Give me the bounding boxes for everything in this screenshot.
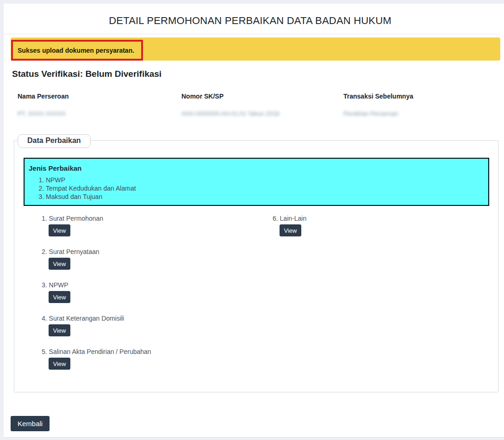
kembali-button[interactable]: Kembali xyxy=(11,416,50,431)
document-label: 1. Surat Permohonan xyxy=(42,215,103,222)
document-item-salinan-akta: 5. Salinan Akta Pendirian / Perubahan Vi… xyxy=(42,348,151,370)
view-button-lain-lain[interactable]: View xyxy=(280,224,301,236)
page-title: DETAIL PERMOHONAN PERBAIKAN DATA BADAN H… xyxy=(4,15,497,27)
document-item-npwp: 3. NPWP View xyxy=(42,281,70,303)
field-transaksi-sebelumnya: Transaksi Sebelumnya Pendirian Perseroan xyxy=(343,93,413,117)
document-item-lain-lain: 6. Lain-Lain View xyxy=(273,215,306,236)
section-legend: Data Perbaikan xyxy=(18,134,91,148)
jenis-item: Tempat Kedudukan dan Alamat xyxy=(46,184,488,192)
document-label: 3. NPWP xyxy=(42,281,70,289)
field-value-redacted: AHU-0000000.AH.01.01 Tahun 2018 xyxy=(181,110,280,117)
field-label: Nama Perseroan xyxy=(18,93,69,100)
view-button-surat-keterangan-domisili[interactable]: View xyxy=(49,324,70,336)
field-value-redacted: Pendirian Perseroan xyxy=(343,110,413,117)
annotation-highlight-box: Sukses upload dokumen persyaratan. xyxy=(11,40,143,61)
jenis-item: NPWP xyxy=(46,176,488,184)
document-item-surat-pernyataan: 2. Surat Pernyataan View xyxy=(42,248,100,270)
jenis-perbaikan-box: Jenis Perbaikan NPWP Tempat Kedudukan da… xyxy=(24,158,489,206)
document-label: 5. Salinan Akta Pendirian / Perubahan xyxy=(42,348,151,355)
field-nama-perseroan: Nama Perseroan PT. XXXX XXXXX xyxy=(18,93,69,117)
document-label: 6. Lain-Lain xyxy=(273,215,306,222)
jenis-perbaikan-title: Jenis Perbaikan xyxy=(29,164,488,172)
view-button-salinan-akta[interactable]: View xyxy=(49,358,70,370)
title-divider xyxy=(4,34,500,34)
field-label: Transaksi Sebelumnya xyxy=(343,93,413,100)
view-button-surat-pernyataan[interactable]: View xyxy=(49,258,70,270)
document-item-surat-permohonan: 1. Surat Permohonan View xyxy=(42,215,103,236)
alert-message: Sukses upload dokumen persyaratan. xyxy=(13,47,134,54)
document-label: 4. Surat Keterangan Domisili xyxy=(42,315,124,322)
document-item-surat-keterangan-domisili: 4. Surat Keterangan Domisili View xyxy=(42,315,124,336)
view-button-npwp[interactable]: View xyxy=(49,291,70,303)
verification-status: Status Verifikasi: Belum Diverifikasi xyxy=(12,69,162,79)
content-card: DETAIL PERMOHONAN PERBAIKAN DATA BADAN H… xyxy=(4,4,504,438)
field-value-redacted: PT. XXXX XXXXX xyxy=(18,110,69,117)
view-button-surat-permohonan[interactable]: View xyxy=(49,224,70,236)
jenis-perbaikan-list: NPWP Tempat Kedudukan dan Alamat Maksud … xyxy=(25,176,488,201)
jenis-item: Maksud dan Tujuan xyxy=(46,192,488,201)
field-nomor-sk-sp: Nomor SK/SP AHU-0000000.AH.01.01 Tahun 2… xyxy=(181,93,280,117)
document-label: 2. Surat Pernyataan xyxy=(42,248,100,255)
field-label: Nomor SK/SP xyxy=(181,93,280,100)
success-alert-banner: Sukses upload dokumen persyaratan. xyxy=(11,37,500,61)
data-perbaikan-section: Data Perbaikan Jenis Perbaikan NPWP Temp… xyxy=(14,140,498,392)
